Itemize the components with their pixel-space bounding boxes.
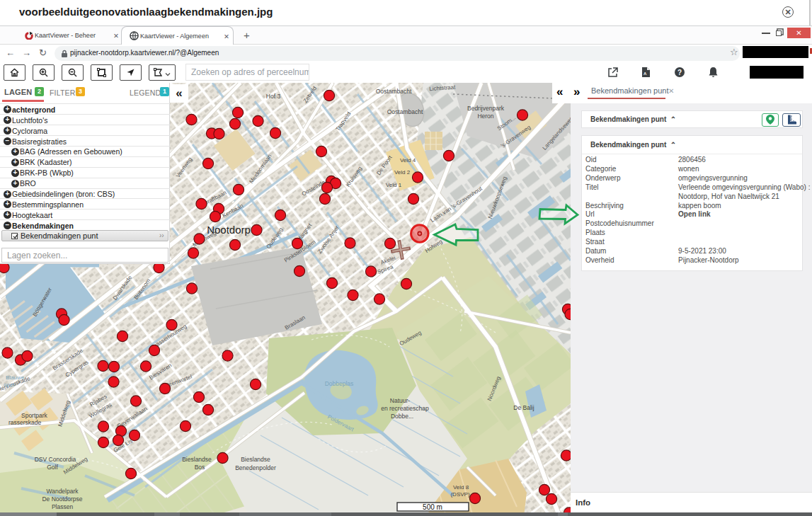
svg-text:Oostambacht: Oostambacht [376,88,412,95]
svg-text:Veld 2: Veld 2 [394,169,411,176]
svg-text:Hof 3: Hof 3 [266,93,281,100]
svg-text:Veld 4: Veld 4 [400,157,416,164]
svg-text:De Balij: De Balij [513,404,534,411]
svg-text:?: ? [677,69,682,76]
svg-text:Bieslandse: Bieslandse [241,456,270,463]
svg-text:Natuur-: Natuur- [390,397,411,404]
svg-text:Blauwe: Blauwe [6,374,25,381]
svg-text:Golf: Golf [47,464,58,471]
svg-text:Veld 1: Veld 1 [386,182,402,188]
svg-text:Plassen: Plassen [52,503,74,510]
svg-text:Sportpark: Sportpark [21,412,48,419]
svg-text:Bedrijvenpark: Bedrijvenpark [467,105,505,112]
svg-text:(DSVP): (DSVP) [450,491,469,498]
svg-text:500 m: 500 m [423,503,442,511]
svg-text:A: A [644,71,647,76]
svg-text:Bieslandse: Bieslandse [182,456,212,463]
svg-text:Bos: Bos [195,464,205,471]
svg-text:Oostambacht: Oostambacht [387,108,423,115]
svg-text:Veld 8: Veld 8 [453,484,469,491]
svg-text:Dobbe...: Dobbe... [391,413,413,420]
svg-text:oper: oper [4,382,15,388]
svg-text:De Nootdorpse: De Nootdorpse [42,495,82,503]
svg-text:Dobbeplas: Dobbeplas [325,380,354,387]
svg-text:Wandelpark: Wandelpark [46,488,79,495]
svg-text:Heron: Heron [477,113,493,120]
svg-text:rasserskade: rasserskade [8,419,42,426]
svg-text:en recreatieschap: en recreatieschap [381,405,429,412]
svg-text:Benedenpolder: Benedenpolder [235,464,276,471]
svg-text:DSV Concordia: DSV Concordia [35,456,76,463]
